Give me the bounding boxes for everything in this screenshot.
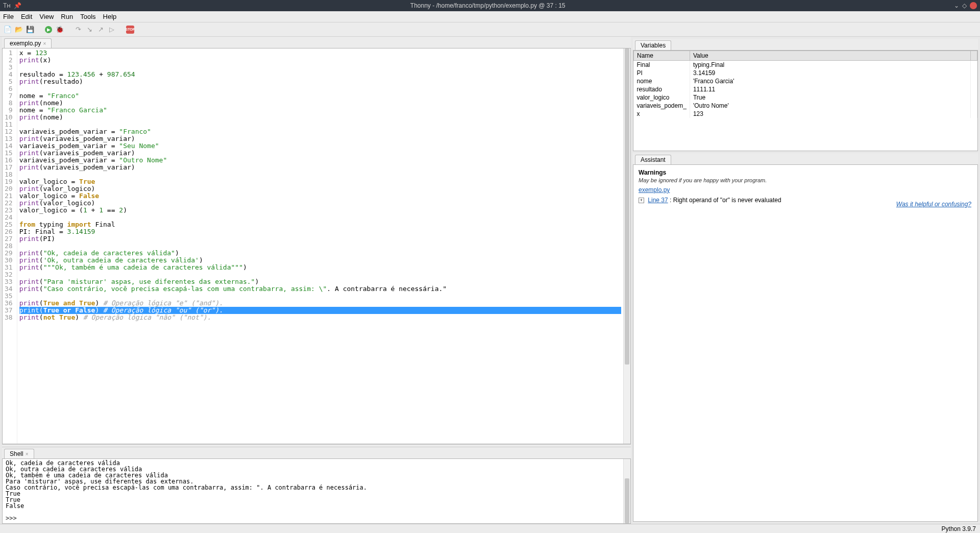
code-line[interactable]: x = 123 [19,50,621,57]
tab-exemplo[interactable]: exemplo.py × [4,38,52,48]
resume-icon: ▷ [107,25,116,34]
assistant-panel: Warnings May be ignored if you are happy… [633,164,978,522]
code-line[interactable] [19,243,621,250]
file-link[interactable]: exemplo.py [639,186,670,193]
code-line[interactable]: print("Para 'misturar' aspas, use difere… [19,278,621,285]
tab-close-icon[interactable]: × [43,41,46,46]
step-into-icon: ↘ [85,25,94,34]
tab-label: Variables [641,42,666,49]
editor-scrollbar[interactable] [623,49,630,444]
app-icon: Tʜ [3,2,11,9]
warning-message: : Right operand of "or" is never evaluat… [668,197,781,204]
code-line[interactable]: resultado = 123.456 + 987.654 [19,71,621,78]
table-row[interactable]: Finaltyping.Final [634,61,977,69]
maximize-icon[interactable]: ◇ [962,2,967,9]
variables-tabs: Variables [633,39,978,50]
tab-assistant[interactable]: Assistant [635,155,671,164]
code-line[interactable] [19,171,621,178]
code-line[interactable]: valor_logico = False [19,192,621,200]
menu-help[interactable]: Help [103,13,117,20]
run-icon[interactable]: ▶ [44,25,53,34]
table-row[interactable]: variaveis_podem_'Outro Nome' [634,102,977,110]
code-line[interactable] [19,121,621,128]
code-line[interactable]: print(valor_logico) [19,200,621,207]
warnings-hint: May be ignored if you are happy with you… [639,177,972,183]
warnings-heading: Warnings [639,169,972,176]
code-line[interactable] [19,85,621,92]
code-line[interactable]: print("Caso contrário, você precisa esca… [19,285,621,293]
code-line[interactable]: from typing import Final [19,221,621,228]
code-line[interactable]: valor_logico = (1 + 1 == 2) [19,207,621,214]
chevron-down-icon[interactable]: ⌄ [954,2,959,9]
shell-prompt[interactable]: >>> [6,515,20,522]
code-area[interactable]: x = 123print(x)resultado = 123.456 + 987… [17,49,623,444]
code-line[interactable]: print("Ok, cadeia de caracteres válida") [19,250,621,257]
code-line[interactable]: print(PI) [19,235,621,243]
table-row[interactable]: PI3.14159 [634,69,977,77]
menu-tools[interactable]: Tools [80,13,95,20]
code-line[interactable]: PI: Final = 3.14159 [19,228,621,235]
code-line[interactable]: print("""Ok, também é uma cadeia de cara… [19,264,621,271]
menu-run[interactable]: Run [61,13,73,20]
menubar: File Edit View Run Tools Help [0,11,980,22]
python-version[interactable]: Python 3.9.7 [942,525,976,532]
tab-variables[interactable]: Variables [635,40,671,50]
vars-scrollbar[interactable] [971,51,977,61]
shell-scrollbar[interactable] [623,459,630,523]
new-file-icon[interactable]: 📄 [3,25,12,34]
code-line[interactable]: print(variaveis_podem_variar) [19,135,621,142]
open-file-icon[interactable]: 📂 [14,25,23,34]
code-line[interactable]: print(nome) [19,100,621,107]
shell-tabs: Shell × [2,447,631,458]
code-line[interactable]: valor_logico = True [19,178,621,185]
code-line[interactable]: nome = "Franco Garcia" [19,107,621,114]
menu-edit[interactable]: Edit [21,13,32,20]
table-row[interactable]: x123 [634,110,977,118]
menu-view[interactable]: View [39,13,54,20]
statusbar: Python 3.9.7 [0,524,980,533]
col-name[interactable]: Name [634,51,690,61]
code-line[interactable]: print(variaveis_podem_variar) [19,150,621,157]
feedback-link[interactable]: Was it helpful or confusing? [896,201,971,208]
table-row[interactable]: valor_logicoTrue [634,93,977,102]
col-value[interactable]: Value [690,51,970,61]
tab-label: Shell [10,450,23,457]
window-title: Thonny - /home/franco/tmp/python/exemplo… [21,2,954,9]
menu-file[interactable]: File [3,13,14,20]
code-line[interactable]: print(True and True) # Operação lógica "… [19,300,621,307]
code-line[interactable]: print(True or False) # Operação lógica "… [19,307,621,314]
code-line[interactable] [19,293,621,300]
expand-icon[interactable]: + [639,198,644,203]
code-line[interactable]: variaveis_podem_variar = "Franco" [19,128,621,135]
code-line[interactable]: nome = "Franco" [19,92,621,100]
code-line[interactable]: variaveis_podem_variar = "Outro Nome" [19,157,621,164]
tab-close-icon[interactable]: × [26,451,29,457]
line-link[interactable]: Line 37 [648,197,668,204]
line-gutter: 1 2 3 4 5 6 7 8 9 10 11 12 13 14 15 16 1… [3,49,17,444]
code-line[interactable]: print(resultado) [19,78,621,85]
code-line[interactable]: print(x) [19,57,621,64]
table-row[interactable]: nome'Franco Garcia' [634,77,977,85]
debug-icon[interactable]: 🐞 [55,25,64,34]
code-line[interactable]: print(valor_logico) [19,185,621,192]
variables-table[interactable]: Name Value Finaltyping.FinalPI3.14159nom… [633,50,978,151]
code-line[interactable] [19,64,621,71]
code-line[interactable]: variaveis_podem_variar = "Seu Nome" [19,142,621,150]
code-line[interactable]: print(nome) [19,114,621,121]
shell-output[interactable]: Ok, cadeia de caracteres válida Ok, outr… [2,458,631,524]
close-icon[interactable] [970,2,977,9]
code-line[interactable]: print(not True) # Operação lógica "não" … [19,314,621,321]
code-editor[interactable]: 1 2 3 4 5 6 7 8 9 10 11 12 13 14 15 16 1… [2,48,631,444]
window-titlebar: Tʜ 📌 Thonny - /home/franco/tmp/python/ex… [0,0,980,11]
code-line[interactable]: print('Ok, outra cadeia de caracteres vá… [19,257,621,264]
code-line[interactable]: print(variaveis_podem_variar) [19,164,621,171]
pin-icon[interactable]: 📌 [14,2,21,9]
toolbar: 📄 📂 💾 ▶ 🐞 ↷ ↘ ↗ ▷ STOP [0,22,980,37]
code-line[interactable] [19,271,621,278]
save-file-icon[interactable]: 💾 [26,25,35,34]
tab-shell[interactable]: Shell × [4,449,34,458]
code-line[interactable] [19,214,621,221]
stop-icon[interactable]: STOP [126,25,135,34]
editor-tabs: exemplo.py × [2,37,631,48]
table-row[interactable]: resultado1111.11 [634,85,977,93]
